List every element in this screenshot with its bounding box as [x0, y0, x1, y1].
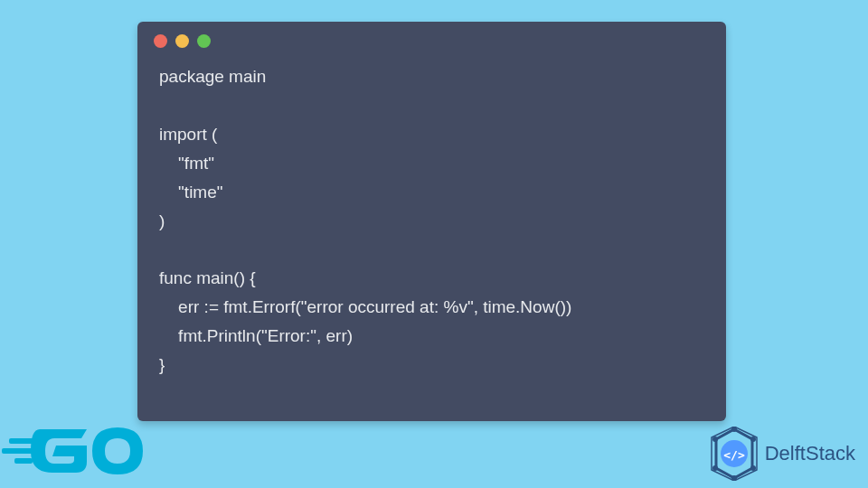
svg-rect-2 — [14, 458, 33, 464]
minimize-dot — [175, 34, 189, 48]
maximize-dot — [197, 34, 211, 48]
delftstack-badge: </> DelftStack — [707, 427, 855, 481]
go-logo — [2, 418, 151, 486]
svg-point-9 — [712, 465, 718, 471]
svg-point-8 — [731, 475, 737, 481]
delftstack-icon: </> — [707, 427, 761, 481]
window-controls — [137, 22, 726, 57]
code-window: package main import ( "fmt" "time" ) fun… — [137, 22, 726, 421]
svg-point-6 — [750, 436, 756, 442]
svg-point-7 — [750, 465, 756, 471]
svg-rect-1 — [2, 448, 34, 454]
code-block: package main import ( "fmt" "time" ) fun… — [137, 57, 726, 398]
svg-point-10 — [712, 436, 718, 442]
delftstack-label: DelftStack — [765, 442, 855, 465]
svg-text:</>: </> — [723, 448, 745, 462]
close-dot — [154, 34, 167, 48]
svg-point-5 — [731, 427, 737, 432]
